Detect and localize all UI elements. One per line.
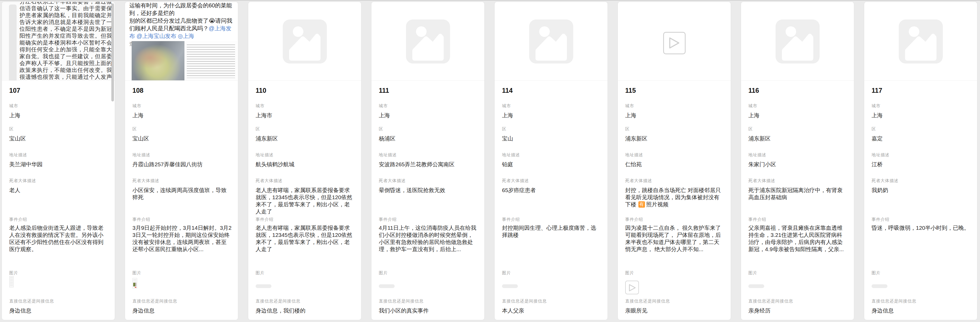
attachment-preview[interactable] [864,2,977,81]
wechat-text-screenshot: 分左右联系上中华西居委会，通过微信语音确认了这一事实。由于需要保护患者家属的隐私… [2,2,115,80]
field-label-deceased: 死者大体描述 [872,178,899,184]
field-label-address: 地址描述 [379,152,397,158]
card-scrollbar-thumb[interactable] [111,3,114,102]
screenshot-text: 分左右联系上中华西居委会，通过微信语音确认了这一事实。由于需要保护患者家属的隐私… [19,2,112,81]
tweet-preview: 运输有时间，为什么跟居委会的60的菜能到，还好多是烂的 别的区都已经分发过几批物… [125,2,238,80]
attachment-preview[interactable] [248,2,361,81]
field-label-district: 区 [625,127,630,132]
field-label-city: 城市 [9,103,18,109]
field-label-deceased: 死者大体描述 [132,178,159,184]
attachment-preview[interactable]: 运输有时间，为什么跟居委会的60的菜能到，还好多是烂的 别的区都已经分发过几批物… [125,2,238,81]
field-label-event: 事件介绍 [872,217,889,222]
field-value-district: 宝山区 [132,135,232,142]
field-value-address: 美兰湖中华园 [9,161,108,168]
field-label-image: 图片 [748,270,757,276]
field-value-event: 昏迷，呼吸微弱，120半小时到，已晚。 [872,224,971,232]
page-top-border [0,0,980,1]
field-value-event: 3月9日起开始封控，3月14日解封。3月23日又一轮封控开始，期间这位保安始终没… [132,224,232,253]
field-label-address: 地址描述 [502,152,520,158]
field-label-district: 区 [748,127,753,132]
attachment-preview[interactable] [741,2,854,81]
record-number: 116 [748,87,759,94]
text-screenshot-image[interactable] [185,41,237,81]
record-card[interactable]: 分左右联系上中华西居委会，通过微信语音确认了这一事实。由于需要保护患者家属的隐私… [2,2,115,320]
record-number: 111 [379,87,389,94]
location-link[interactable]: ◎上海 [178,33,194,39]
field-label-district: 区 [256,127,260,132]
image-attachment-placeholder[interactable] [379,284,395,288]
field-value-deceased: 晕倒昏迷，送医院抢救无效 [379,187,478,194]
tweet-image-row [132,41,237,81]
record-card[interactable]: 115 城市 上海 区 浦东新区 地址描述 仁怡苑 死者大体描述 封控，跳楼自杀… [617,2,731,320]
card-gallery-board[interactable]: 分左右联系上中华西居委会，通过微信语音确认了这一事实。由于需要保护患者家属的隐私… [2,2,977,320]
field-value-address: 铂庭 [502,161,601,168]
field-label-address: 地址描述 [872,152,889,158]
video-placeholder-icon [663,32,686,54]
field-value-direct: 身边信息 [132,307,232,314]
attachment-preview[interactable] [495,2,608,81]
field-label-event: 事件介绍 [379,217,397,222]
record-number: 115 [625,87,636,94]
field-value-address: 江桥 [872,161,971,168]
image-attachment-placeholder[interactable] [872,284,888,288]
field-label-district: 区 [379,127,383,132]
image-attachment-thumbnail[interactable] [132,278,137,289]
attachment-preview[interactable] [618,2,731,81]
field-value-deceased: 老人 [9,187,108,194]
field-label-image: 图片 [502,270,511,276]
field-value-deceased: 老人患有哮喘，家属联系居委报备要求就医，12345也表示尽快，但是120依然来不… [256,187,355,215]
field-label-direct: 直接信息还是间接信息 [748,298,793,304]
field-value-deceased: 我奶奶 [872,187,971,194]
field-label-city: 城市 [379,103,388,109]
field-label-district: 区 [502,127,506,132]
image-placeholder-icon [776,19,819,63]
field-label-city: 城市 [625,103,634,109]
field-value-address: 朱家门小区 [748,161,848,168]
field-label-deceased: 死者大体描述 [9,178,36,184]
field-label-city: 城市 [132,103,142,109]
image-attachment-placeholder[interactable] [502,284,518,288]
field-label-image: 图片 [625,270,634,276]
record-card[interactable]: 110 城市 上海市 区 浦东新区 地址描述 航头镇鹤沙航城 死者大体描述 老人… [248,2,361,320]
field-value-event: 封控期间因生理、心理上极度痛苦，选择跳楼 [502,224,601,238]
field-value-district: 宝山区 [9,135,108,142]
field-label-city: 城市 [872,103,881,109]
attachment-preview[interactable] [371,2,484,81]
field-value-district: 杨浦区 [379,135,478,142]
image-attachment-placeholder[interactable] [256,284,272,288]
field-label-deceased: 死者大体描述 [256,178,283,184]
record-number: 107 [9,87,20,94]
field-label-district: 区 [872,127,876,132]
field-value-city: 上海市 [256,112,355,119]
field-value-deceased: 封控，跳楼自杀当场死亡 对面楼邻居只看见听见现场情况，因为集体被封没有下楼 有照… [625,187,724,208]
record-card[interactable]: 116 城市 上海 区 浦东新区 地址描述 朱家门小区 死者大体描述 死于浦东医… [741,2,854,320]
cabbage-photo[interactable] [132,41,185,81]
field-value-city: 上海 [872,112,971,119]
record-card[interactable]: 运输有时间，为什么跟居委会的60的菜能到，还好多是烂的 别的区都已经分发过几批物… [125,2,238,320]
field-label-direct: 直接信息还是间接信息 [872,298,916,304]
field-value-direct: 身边信息 [9,307,108,314]
field-label-deceased: 死者大体描述 [625,178,652,184]
field-label-direct: 直接信息还是间接信息 [502,298,547,304]
field-label-address: 地址描述 [9,152,27,158]
field-value-city: 上海 [9,112,108,119]
record-card[interactable]: 117 城市 上海 区 嘉定 地址描述 江桥 死者大体描述 我奶奶 事件介绍 昏… [864,2,977,320]
mention-link[interactable]: @上海宝山发布 [137,33,177,39]
attachment-preview[interactable]: 分左右联系上中华西居委会，通过微信语音确认了这一事实。由于需要保护患者家属的隐私… [2,2,115,81]
field-value-city: 上海 [379,112,478,119]
video-attachment-thumbnail[interactable] [625,281,639,294]
field-label-image: 图片 [132,270,142,276]
field-value-address: 安波路265弄兰花教师公寓南区 [379,161,478,168]
image-attachment-placeholder[interactable] [748,284,764,288]
image-attachment-thumbnail[interactable] [9,276,14,287]
field-value-deceased: 65岁癌症患者 [502,187,601,194]
field-label-event: 事件介绍 [256,217,274,222]
field-label-event: 事件介绍 [9,217,27,222]
record-card[interactable]: 114 城市 上海 区 宝山 地址描述 铂庭 死者大体描述 65岁癌症患者 事件… [494,2,608,320]
field-label-district: 区 [9,127,14,132]
field-label-direct: 直接信息还是间接信息 [379,298,424,304]
image-placeholder-icon [899,19,943,63]
field-label-address: 地址描述 [256,152,274,158]
field-label-direct: 直接信息还是间接信息 [625,298,670,304]
record-card[interactable]: 111 城市 上海 区 杨浦区 地址描述 安波路265弄兰花教师公寓南区 死者大… [371,2,485,320]
